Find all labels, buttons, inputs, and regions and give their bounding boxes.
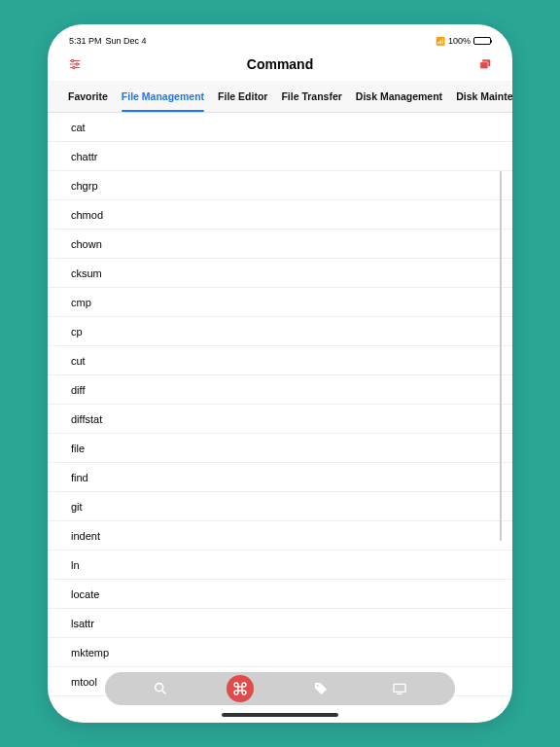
tab-file-transfer[interactable]: File Transfer — [274, 81, 348, 112]
command-item[interactable]: diff — [48, 375, 512, 405]
battery-pct: 100% — [448, 36, 471, 46]
svg-point-8 — [155, 684, 162, 692]
bottom-toolbar — [105, 672, 455, 705]
status-time: 5:31 PM — [69, 36, 102, 46]
command-item[interactable]: lsattr — [48, 609, 512, 638]
tag-button[interactable] — [308, 676, 333, 701]
command-item[interactable]: chattr — [48, 142, 512, 171]
wifi-icon — [436, 36, 445, 46]
command-list[interactable]: catchattrchgrpchmodchowncksumcmpcpcutdif… — [48, 113, 512, 713]
command-item[interactable]: cp — [48, 317, 512, 346]
nav-bar: Command — [48, 50, 512, 81]
command-button[interactable] — [227, 675, 254, 702]
command-item[interactable]: ln — [48, 551, 512, 580]
svg-point-10 — [316, 685, 318, 687]
home-indicator[interactable] — [222, 713, 338, 717]
svg-point-1 — [72, 59, 74, 61]
category-tabs: FavoriteFile ManagementFile EditorFile T… — [48, 81, 512, 113]
tab-favorite[interactable]: Favorite — [61, 81, 115, 112]
svg-line-9 — [162, 691, 165, 694]
tablet-frame: 5:31 PM Sun Dec 4 100% Command Fa — [48, 24, 512, 723]
tab-disk-management[interactable]: Disk Management — [349, 81, 449, 112]
command-item[interactable]: chgrp — [48, 171, 512, 200]
command-item[interactable]: chown — [48, 230, 512, 259]
command-item[interactable]: indent — [48, 521, 512, 551]
tab-file-editor[interactable]: File Editor — [211, 81, 274, 112]
windows-stack-icon[interactable] — [475, 55, 495, 73]
command-item[interactable]: cut — [48, 346, 512, 375]
svg-point-3 — [76, 63, 78, 65]
svg-rect-11 — [394, 684, 405, 692]
command-item[interactable]: locate — [48, 580, 512, 609]
command-item[interactable]: cksum — [48, 259, 512, 288]
monitor-button[interactable] — [387, 676, 412, 701]
settings-sliders-icon[interactable] — [65, 55, 85, 73]
status-date: Sun Dec 4 — [106, 36, 147, 46]
command-item[interactable]: mktemp — [48, 638, 512, 667]
search-button[interactable] — [148, 676, 173, 701]
command-item[interactable]: cat — [48, 113, 512, 142]
tab-disk-maintenance[interactable]: Disk Maintenance — [449, 81, 512, 112]
command-item[interactable]: git — [48, 492, 512, 521]
command-item[interactable]: file — [48, 434, 512, 463]
command-item[interactable]: chmod — [48, 200, 512, 230]
command-item[interactable]: diffstat — [48, 405, 512, 434]
battery-icon — [473, 37, 491, 45]
status-bar: 5:31 PM Sun Dec 4 100% — [48, 34, 512, 50]
svg-rect-7 — [480, 62, 488, 69]
command-item[interactable]: cmp — [48, 288, 512, 317]
scroll-indicator — [500, 171, 502, 541]
svg-point-5 — [73, 66, 75, 68]
page-title: Command — [247, 56, 313, 72]
command-item[interactable]: find — [48, 463, 512, 492]
tab-file-management[interactable]: File Management — [115, 81, 211, 112]
